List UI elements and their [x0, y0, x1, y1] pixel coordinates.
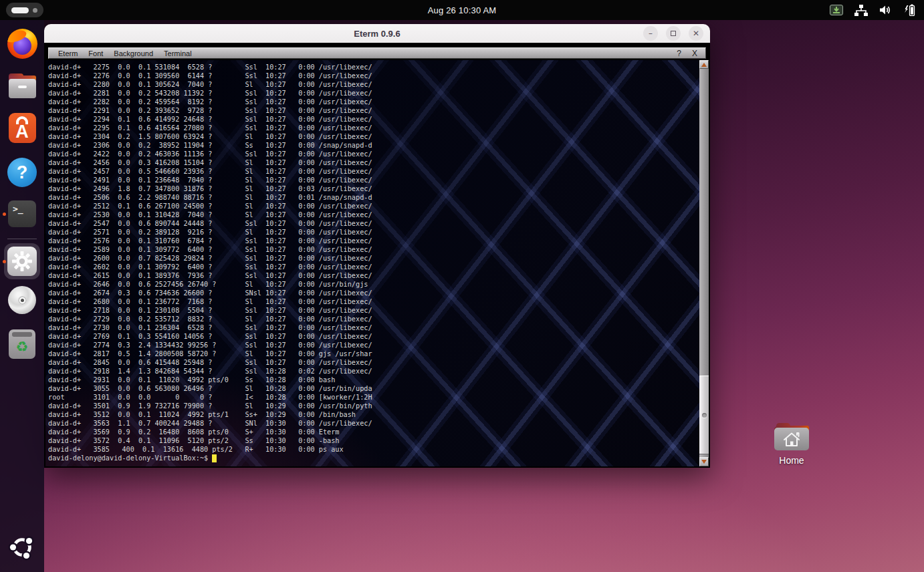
firefox-icon	[7, 29, 37, 59]
cd-disc-icon	[8, 286, 36, 314]
help-icon: ?	[7, 158, 37, 187]
scroll-down-button[interactable]	[699, 457, 709, 466]
window-title: Eterm 0.9.6	[354, 29, 400, 39]
dock-item-files[interactable]	[0, 74, 44, 98]
dock-item-app-grid[interactable]	[0, 533, 44, 561]
window-body: Eterm Font Background Terminal ? X david…	[44, 43, 710, 468]
desktop-home-shortcut[interactable]: Home	[766, 421, 817, 466]
network-wired-icon[interactable]	[854, 5, 868, 16]
scrollbar[interactable]	[699, 60, 709, 466]
menubar-close-button[interactable]: X	[692, 49, 697, 58]
dock-item-trash[interactable]: ♻	[0, 329, 44, 359]
terminal-screen[interactable]: david-d+ 2275 0.0 0.1 531084 6528 ? Ssl …	[45, 60, 699, 466]
dock-item-cd-disc[interactable]	[0, 286, 44, 314]
maximize-icon	[671, 31, 676, 36]
terminal-output: david-d+ 2275 0.0 0.1 531084 6528 ? Ssl …	[45, 60, 699, 454]
focused-app-highlight	[4, 243, 40, 279]
volume-icon[interactable]	[879, 5, 892, 15]
maximize-button[interactable]	[666, 26, 681, 41]
titlebar[interactable]: Eterm 0.9.6 – ✕	[44, 24, 710, 43]
close-button[interactable]: ✕	[689, 26, 703, 41]
terminal-icon: >_	[8, 200, 36, 227]
arrow-up-icon	[701, 63, 707, 67]
menubar: Eterm Font Background Terminal ? X	[48, 47, 706, 59]
dock-item-firefox[interactable]	[0, 29, 44, 59]
prompt-line: david-delony@david-delony-VirtualBox:~$	[45, 454, 699, 462]
running-indicator-dot	[3, 212, 6, 216]
scroll-up-button[interactable]	[699, 60, 709, 69]
top-bar: Aug 26 10:30 AM	[0, 0, 924, 20]
files-icon	[8, 74, 37, 98]
dock-item-help[interactable]: ?	[0, 158, 44, 187]
menubar-help-button[interactable]: ?	[677, 49, 681, 58]
minimize-button[interactable]: –	[643, 26, 658, 41]
ubuntu-software-icon: A	[9, 113, 36, 143]
scrollbar-thumb[interactable]	[699, 376, 709, 454]
clock[interactable]: Aug 26 10:30 AM	[0, 0, 924, 20]
desktop: Aug 26 10:30 AM	[0, 0, 924, 572]
dock-separator	[7, 239, 37, 239]
screenshot-tray-icon[interactable]	[830, 5, 843, 15]
menu-font[interactable]: Font	[83, 49, 108, 57]
home-shortcut-label: Home	[779, 455, 804, 466]
home-folder-icon	[774, 421, 810, 452]
dock-item-settings[interactable]	[0, 243, 44, 279]
settings-gear-icon	[7, 247, 37, 276]
menu-terminal[interactable]: Terminal	[158, 49, 197, 57]
trash-icon: ♻	[9, 329, 35, 359]
eterm-window: Eterm 0.9.6 – ✕ Eterm Font Background Te…	[44, 24, 710, 468]
thumb-dimple	[702, 413, 707, 418]
battery-charging-icon[interactable]	[903, 4, 916, 16]
shell-prompt: david-delony@david-delony-VirtualBox:~$	[48, 454, 208, 462]
window-controls: – ✕	[643, 26, 703, 41]
running-indicator-dot	[3, 260, 6, 263]
terminal-cursor	[212, 454, 217, 462]
menu-eterm[interactable]: Eterm	[49, 49, 83, 57]
dock: A ? >_	[0, 20, 44, 572]
scrollbar-trough[interactable]	[699, 69, 709, 457]
ubuntu-logo-icon	[8, 533, 36, 561]
dock-item-terminal[interactable]: >_	[0, 200, 44, 227]
system-tray[interactable]	[830, 0, 916, 20]
dock-item-ubuntu-software[interactable]: A	[0, 113, 44, 143]
menubar-right: ? X	[677, 49, 705, 58]
arrow-down-icon	[701, 460, 707, 464]
menu-background[interactable]: Background	[108, 49, 158, 57]
